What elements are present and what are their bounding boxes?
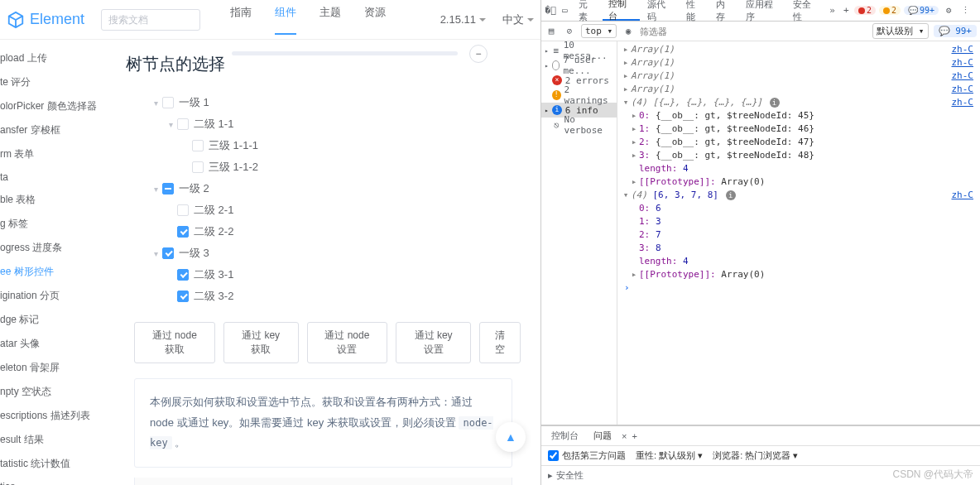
nav-resource[interactable]: 资源 (364, 5, 386, 35)
sidenav-item-result[interactable]: esult 结果 (0, 428, 116, 452)
tabs-more-icon[interactable]: » (826, 5, 838, 16)
log-row[interactable]: ▸1: {__ob__: gt, $treeNodeId: 46} (617, 122, 980, 136)
info-dot-icon[interactable]: i (770, 98, 780, 108)
source-link[interactable]: zh-C (952, 43, 978, 56)
plus-icon[interactable]: + (632, 431, 637, 441)
log-row[interactable]: ▸3: {__ob__: gt, $treeNodeId: 48} (617, 149, 980, 162)
drawer-section-security[interactable]: ▸ 安全性 (541, 466, 980, 485)
sidenav-item-skeleton[interactable]: eleton 骨架屏 (0, 356, 116, 380)
sidenav-item-progress[interactable]: ogress 进度条 (0, 236, 116, 260)
lang-select[interactable]: 中文 (502, 12, 534, 27)
tree-node[interactable]: 二级 3-1 (166, 264, 521, 286)
sidenav-item-rate[interactable]: te 评分 (0, 70, 116, 94)
clear-console-icon[interactable]: ⊘ (563, 26, 576, 36)
thirdparty-checkbox[interactable]: 包括第三方问题 (548, 449, 626, 462)
side-user[interactable]: ▸7 user me... (541, 58, 617, 73)
caret-down-icon[interactable]: ▾ (151, 98, 161, 108)
sidenav-item-tree[interactable]: ee 树形控件 (0, 260, 116, 284)
checkbox-indeterminate[interactable] (162, 183, 174, 194)
source-link[interactable]: zh-C (952, 96, 978, 109)
caret-down-icon[interactable]: ▾ (166, 120, 175, 129)
tab-memory[interactable]: 内存 (710, 0, 738, 21)
checkbox[interactable] (192, 161, 204, 173)
caret-down-icon[interactable]: ▾ (151, 185, 161, 194)
log-row[interactable]: ▸2: {__ob__: gt, $treeNodeId: 47} (617, 136, 980, 149)
log-row-expanded[interactable]: ▾(4) [{…}, {…}, {…}, {…}] izh-C (617, 96, 980, 109)
tabs-plus-icon[interactable]: + (840, 5, 853, 16)
tab-performance[interactable]: 性能 (680, 0, 709, 21)
get-by-key-button[interactable]: 通过 key 获取 (223, 322, 299, 363)
tree-node[interactable]: 二级 2-1 (166, 199, 521, 221)
sidenav-item-descriptions[interactable]: escriptions 描述列表 (0, 404, 116, 428)
tab-console[interactable]: 控制台 (603, 0, 640, 21)
source-link[interactable]: zh-C (952, 189, 978, 202)
sidenav-item-badge[interactable]: dge 标记 (0, 308, 116, 332)
set-by-key-button[interactable]: 通过 key 设置 (396, 322, 471, 363)
progress-minus-button[interactable]: − (469, 45, 488, 63)
sidenav-item-avatar[interactable]: atar 头像 (0, 332, 116, 356)
log-row[interactable]: ▸Array(1)zh-C (617, 43, 980, 56)
tree-node[interactable]: 三级 1-1-2 (180, 156, 521, 178)
sidenav-item-upload[interactable]: pload 上传 (0, 46, 116, 70)
tab-application[interactable]: 应用程序 (740, 0, 785, 21)
settings-icon[interactable]: ⚙ (942, 5, 955, 16)
nav-guide[interactable]: 指南 (230, 5, 252, 35)
source-link[interactable]: zh-C (952, 70, 978, 83)
log-row[interactable]: ▸[[Prototype]]: Array(0) (617, 268, 980, 281)
inspect-icon[interactable]: �⃞ (545, 5, 557, 16)
sidenav-item-empty[interactable]: npty 空状态 (0, 380, 116, 404)
tab-security[interactable]: 安全性 (787, 0, 824, 21)
log-row[interactable]: ▸0: {__ob__: gt, $treeNodeId: 45} (617, 109, 980, 122)
log-row-expanded[interactable]: ▾(4) [6, 3, 7, 8] izh-C (617, 189, 980, 202)
source-link[interactable]: zh-C (952, 56, 978, 70)
sidenav-item-tag[interactable]: g 标签 (0, 212, 116, 236)
sidebar-toggle-icon[interactable]: ▤ (545, 26, 558, 36)
issues-chip[interactable]: 💬 99+ (934, 25, 978, 37)
close-icon[interactable]: × (622, 431, 627, 441)
tree-node[interactable]: 三级 1-1-1 (180, 135, 521, 156)
checkbox-checked[interactable] (177, 269, 189, 281)
checkbox-checked[interactable] (162, 247, 174, 259)
tab-elements[interactable]: 元素 (573, 0, 601, 21)
sidenav-item-table[interactable]: ble 表格 (0, 188, 116, 212)
search-input[interactable] (101, 9, 200, 31)
nav-theme[interactable]: 主题 (319, 5, 341, 35)
caret-down-icon[interactable]: ▾ (151, 249, 161, 258)
kebab-icon[interactable]: ⋮ (958, 5, 972, 16)
checkbox[interactable] (177, 118, 189, 130)
info-badge[interactable]: 💬 99+ (904, 6, 939, 15)
log-row[interactable]: ▸Array(1)zh-C (617, 83, 980, 96)
warn-badge[interactable]: 2 (879, 6, 901, 15)
checkbox-checked[interactable] (177, 226, 189, 238)
sidenav-item-transfer[interactable]: ansfer 穿梭框 (0, 118, 116, 142)
log-row[interactable]: ▸Array(1)zh-C (617, 70, 980, 83)
source-link[interactable]: zh-C (952, 83, 978, 96)
context-select[interactable]: top ▾ (581, 24, 617, 38)
backtop-button[interactable]: ▲ (496, 422, 526, 452)
tree-node[interactable]: ▾二级 1-1 (166, 113, 521, 135)
device-icon[interactable]: ▭ (559, 5, 571, 16)
log-row[interactable]: ▸[[Prototype]]: Array(0) (617, 175, 980, 189)
checkbox-checked[interactable] (177, 291, 189, 302)
nav-component[interactable]: 组件 (275, 5, 296, 35)
side-verbose[interactable]: ▸⎋No verbose (541, 118, 617, 132)
sidenav-item-pagination[interactable]: igination 分页 (0, 284, 116, 308)
tree-node[interactable]: 二级 2-2 (166, 221, 521, 242)
drawer-tab-console[interactable]: 控制台 (546, 430, 584, 442)
sidenav-group-notice[interactable]: tice (0, 476, 116, 485)
clear-button[interactable]: 清空 (479, 322, 521, 363)
error-badge[interactable]: 2 (854, 6, 876, 15)
sidenav-item-statistic[interactable]: tatistic 统计数值 (0, 452, 116, 476)
checkbox[interactable] (192, 140, 204, 151)
level-select[interactable]: 默认级别 ▾ (872, 23, 928, 39)
log-row[interactable]: ▸Array(1)zh-C (617, 56, 980, 70)
set-by-node-button[interactable]: 通过 node 设置 (307, 322, 388, 363)
console-prompt[interactable]: › (617, 281, 980, 295)
tab-sources[interactable]: 源代码 (641, 0, 679, 21)
eye-icon[interactable]: ◉ (622, 26, 635, 36)
tree-node[interactable]: ▾一级 2 (151, 178, 521, 199)
sidenav-group-data[interactable]: ta (0, 166, 116, 188)
sidenav-item-form[interactable]: rm 表单 (0, 142, 116, 166)
logo[interactable]: Element (7, 11, 84, 29)
sidenav-item-colorpicker[interactable]: olorPicker 颜色选择器 (0, 94, 116, 118)
